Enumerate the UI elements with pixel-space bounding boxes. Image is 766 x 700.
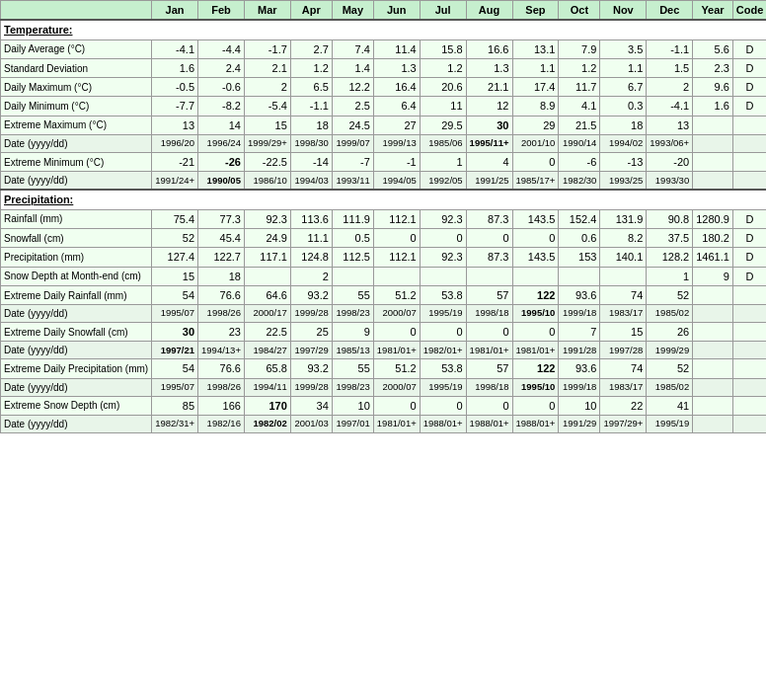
cell-extreme-max-col2: 15 (244, 116, 290, 134)
col-header-jun: Jun (373, 1, 420, 21)
cell-daily-avg-col8: 13.1 (512, 39, 559, 58)
cell-date-extreme-daily-rainfall-col12 (693, 305, 733, 323)
cell-extreme-daily-rainfall-col6: 53.8 (420, 285, 466, 304)
cell-extreme-min-col12 (693, 153, 733, 172)
row-snow-depth-month: Snow Depth at Month-end (cm)1518219D (1, 267, 767, 285)
cell-extreme-daily-snowfall-col11: 26 (647, 323, 693, 342)
cell-date-extreme-daily-snowfall-col4: 1985/13 (332, 342, 373, 359)
cell-date-extreme-daily-precip-col0: 1995/07 (152, 378, 198, 396)
col-header-code: Code (732, 1, 766, 21)
cell-rainfall-col9: 152.4 (559, 209, 600, 228)
code-cell-extreme-max (732, 116, 766, 134)
row-label-extreme-min: Extreme Minimum (°C) (1, 153, 152, 172)
cell-extreme-daily-rainfall-col7: 57 (466, 285, 512, 304)
cell-extreme-daily-snowfall-col6: 0 (420, 323, 466, 342)
cell-date-extreme-snow-depth-col10: 1997/29+ (600, 416, 647, 433)
cell-date-extreme-daily-rainfall-col5: 2000/07 (373, 305, 420, 323)
cell-date-extreme-min-col11: 1993/30 (647, 172, 693, 191)
section-header-precipitation: Precipitation: (1, 190, 767, 209)
cell-snowfall-col4: 0.5 (332, 228, 373, 247)
row-extreme-daily-rainfall: Extreme Daily Rainfall (mm)5476.664.693.… (1, 285, 767, 304)
cell-snowfall-col10: 8.2 (600, 228, 647, 247)
cell-date-extreme-daily-precip-col1: 1998/26 (198, 378, 245, 396)
cell-extreme-daily-rainfall-col12 (693, 285, 733, 304)
cell-date-extreme-min-col8: 1985/17+ (512, 172, 559, 191)
cell-date-extreme-daily-precip-col11: 1985/02 (647, 378, 693, 396)
cell-daily-max-col2: 2 (244, 78, 290, 97)
cell-extreme-daily-snowfall-col9: 7 (559, 323, 600, 342)
cell-date-extreme-daily-rainfall-col1: 1998/26 (198, 305, 245, 323)
cell-std-dev-col4: 1.4 (332, 58, 373, 77)
cell-date-extreme-min-col5: 1994/05 (373, 172, 420, 191)
cell-daily-avg-col12: 5.6 (693, 39, 733, 58)
cell-date-extreme-daily-precip-col5: 2000/07 (373, 378, 420, 396)
row-label-snowfall: Snowfall (cm) (1, 228, 152, 247)
cell-extreme-max-col9: 21.5 (559, 116, 600, 134)
code-cell-snow-depth-month: D (732, 267, 766, 285)
cell-extreme-daily-snowfall-col1: 23 (198, 323, 245, 342)
cell-date-extreme-snow-depth-col12 (693, 416, 733, 433)
section-header-temperature: Temperature: (1, 20, 767, 39)
cell-snow-depth-month-col0: 15 (152, 267, 198, 285)
row-precipitation: Precipitation (mm)127.4122.7117.1124.811… (1, 248, 767, 267)
row-label-extreme-snow-depth: Extreme Snow Depth (cm) (1, 396, 152, 415)
cell-daily-min-col1: -8.2 (198, 97, 245, 116)
cell-date-extreme-daily-snowfall-col3: 1997/29 (290, 342, 332, 359)
cell-rainfall-col0: 75.4 (152, 209, 198, 228)
row-std-dev: Standard Deviation1.62.42.11.21.41.31.21… (1, 58, 767, 77)
code-cell-precipitation: D (732, 248, 766, 267)
cell-extreme-min-col0: -21 (152, 153, 198, 172)
cell-date-extreme-daily-precip-col8: 1995/10 (512, 378, 559, 396)
cell-extreme-daily-precip-col0: 54 (152, 359, 198, 378)
cell-precipitation-col7: 87.3 (466, 248, 512, 267)
cell-extreme-max-col0: 13 (152, 116, 198, 134)
cell-date-extreme-snow-depth-col1: 1982/16 (198, 416, 245, 433)
cell-extreme-min-col3: -14 (290, 153, 332, 172)
cell-extreme-max-col11: 13 (647, 116, 693, 134)
cell-daily-avg-col11: -1.1 (647, 39, 693, 58)
cell-std-dev-col3: 1.2 (290, 58, 332, 77)
cell-extreme-daily-precip-col4: 55 (332, 359, 373, 378)
code-cell-extreme-daily-rainfall (732, 285, 766, 304)
cell-extreme-daily-rainfall-col1: 76.6 (198, 285, 245, 304)
row-rainfall: Rainfall (mm)75.477.392.3113.6111.9112.1… (1, 209, 767, 228)
cell-daily-min-col4: 2.5 (332, 97, 373, 116)
cell-precipitation-col3: 124.8 (290, 248, 332, 267)
row-date-extreme-daily-rainfall: Date (yyyy/dd)1995/071998/262000/171999/… (1, 305, 767, 323)
cell-date-extreme-daily-rainfall-col4: 1998/23 (332, 305, 373, 323)
cell-daily-max-col8: 17.4 (512, 78, 559, 97)
cell-snowfall-col1: 45.4 (198, 228, 245, 247)
cell-date-extreme-max-col4: 1999/07 (332, 135, 373, 153)
cell-extreme-daily-rainfall-col11: 52 (647, 285, 693, 304)
cell-date-extreme-daily-rainfall-col10: 1983/17 (600, 305, 647, 323)
row-label-precipitation: Precipitation (mm) (1, 248, 152, 267)
cell-extreme-max-col12 (693, 116, 733, 134)
cell-extreme-min-col8: 0 (512, 153, 559, 172)
row-date-extreme-max: Date (yyyy/dd)1996/201996/241999/29+1998… (1, 135, 767, 153)
cell-extreme-daily-precip-col7: 57 (466, 359, 512, 378)
cell-date-extreme-daily-snowfall-col7: 1981/01+ (466, 342, 512, 359)
code-cell-extreme-snow-depth (732, 396, 766, 415)
cell-std-dev-col2: 2.1 (244, 58, 290, 77)
cell-date-extreme-min-col7: 1991/25 (466, 172, 512, 191)
cell-extreme-daily-snowfall-col0: 30 (152, 323, 198, 342)
cell-date-extreme-snow-depth-col8: 1988/01+ (512, 416, 559, 433)
cell-rainfall-col6: 92.3 (420, 209, 466, 228)
cell-precipitation-col6: 92.3 (420, 248, 466, 267)
cell-daily-max-col0: -0.5 (152, 78, 198, 97)
cell-precipitation-col0: 127.4 (152, 248, 198, 267)
cell-extreme-snow-depth-col5: 0 (373, 396, 420, 415)
cell-date-extreme-min-col12 (693, 172, 733, 191)
row-extreme-min: Extreme Minimum (°C)-21-26-22.5-14-7-114… (1, 153, 767, 172)
cell-daily-max-col11: 2 (647, 78, 693, 97)
row-label-daily-avg: Daily Average (°C) (1, 39, 152, 58)
cell-date-extreme-daily-precip-col7: 1998/18 (466, 378, 512, 396)
cell-daily-avg-col9: 7.9 (559, 39, 600, 58)
cell-date-extreme-snow-depth-col11: 1995/19 (647, 416, 693, 433)
cell-daily-max-col6: 20.6 (420, 78, 466, 97)
cell-date-extreme-max-col7: 1995/11+ (466, 135, 512, 153)
cell-precipitation-col10: 140.1 (600, 248, 647, 267)
cell-extreme-snow-depth-col0: 85 (152, 396, 198, 415)
cell-daily-avg-col4: 7.4 (332, 39, 373, 58)
row-label-daily-max: Daily Maximum (°C) (1, 78, 152, 97)
